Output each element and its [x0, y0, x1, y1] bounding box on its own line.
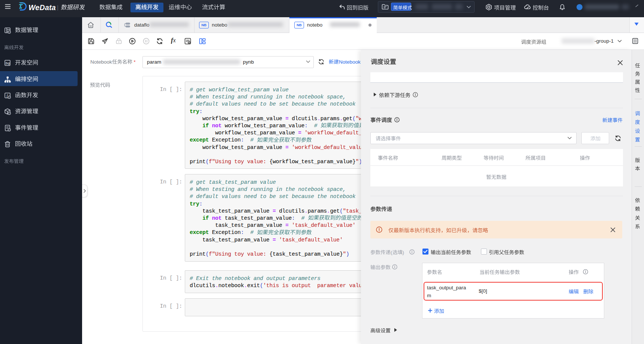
svg-text:Sq: Sq [5, 61, 10, 65]
